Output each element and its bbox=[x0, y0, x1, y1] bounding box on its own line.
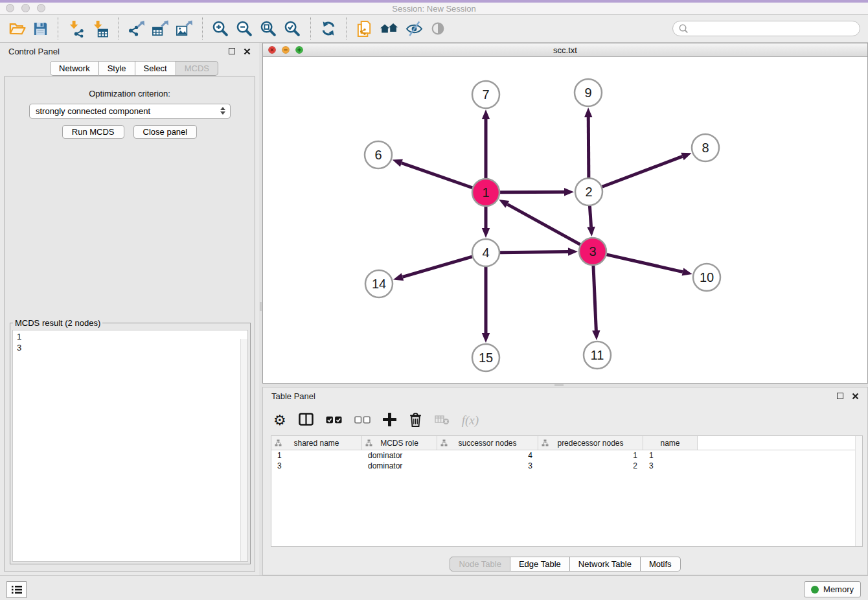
table-header-row: shared nameMCDS rolesuccessor nodesprede… bbox=[271, 436, 862, 450]
graph-edge-1-2[interactable] bbox=[500, 192, 564, 192]
graph-edge-2-9[interactable] bbox=[588, 117, 589, 178]
graph-edge-1-6[interactable] bbox=[402, 163, 472, 188]
close-panel-button[interactable]: Close panel bbox=[133, 125, 198, 139]
export-image-button[interactable] bbox=[176, 18, 193, 39]
create-column-button[interactable] bbox=[383, 413, 396, 429]
toolbar-separator bbox=[346, 17, 347, 40]
graph-edge-arrowhead bbox=[393, 273, 404, 281]
graph-edge-arrowhead bbox=[584, 108, 592, 117]
graph-edge-4-14[interactable] bbox=[402, 257, 472, 277]
maximize-view-button[interactable] bbox=[295, 46, 303, 54]
home-view-button[interactable] bbox=[380, 18, 399, 39]
column-view-button[interactable] bbox=[299, 413, 314, 428]
save-session-button[interactable] bbox=[32, 18, 49, 39]
graph-node-8[interactable]: 8 bbox=[692, 134, 719, 161]
open-session-button[interactable] bbox=[8, 18, 26, 39]
tab-select[interactable]: Select bbox=[135, 61, 176, 76]
graph-node-7[interactable]: 7 bbox=[472, 81, 499, 108]
toolbar-separator bbox=[310, 17, 311, 40]
zoom-in-button[interactable] bbox=[212, 18, 229, 39]
table-cell: 1 bbox=[271, 451, 362, 460]
tab-node-table[interactable]: Node Table bbox=[450, 557, 510, 571]
result-scrollbar[interactable] bbox=[240, 339, 247, 561]
table-cell: 3 bbox=[643, 461, 698, 470]
hide-graphics-button[interactable] bbox=[405, 18, 423, 39]
tab-network[interactable]: Network bbox=[50, 61, 99, 76]
trash-icon bbox=[409, 412, 422, 427]
run-mcds-button[interactable]: Run MCDS bbox=[62, 125, 124, 139]
graph-node-9[interactable]: 9 bbox=[575, 79, 602, 106]
graph-edge-3-10[interactable] bbox=[606, 255, 682, 272]
minimize-view-button[interactable] bbox=[282, 46, 290, 54]
table-row[interactable]: 3dominator323 bbox=[271, 461, 862, 471]
column-type-icon bbox=[440, 439, 448, 446]
graph-node-1[interactable]: 1 bbox=[472, 179, 499, 206]
task-list-icon bbox=[11, 584, 23, 595]
zoom-fit-button[interactable] bbox=[260, 18, 277, 39]
table-scrollbar[interactable] bbox=[855, 436, 862, 546]
search-box[interactable] bbox=[672, 21, 860, 36]
table-tabs: Node TableEdge TableNetwork TableMotifs bbox=[263, 557, 867, 571]
zoom-selected-button[interactable] bbox=[284, 18, 301, 39]
graph-edge-3-11[interactable] bbox=[593, 266, 596, 330]
float-table-panel-icon[interactable] bbox=[837, 393, 843, 399]
tab-mcds[interactable]: MCDS bbox=[176, 61, 218, 76]
control-panel: Control Panel NetworkStyleSelectMCDS Opt… bbox=[0, 43, 259, 575]
eye-slash-icon bbox=[405, 20, 423, 38]
optimization-criterion-select[interactable]: strongly connected component bbox=[29, 104, 231, 119]
table-settings-button[interactable]: ⚙ bbox=[273, 413, 286, 428]
graph-node-11[interactable]: 11 bbox=[584, 341, 611, 369]
close-view-button[interactable] bbox=[268, 46, 276, 54]
tab-edge-table[interactable]: Edge Table bbox=[510, 557, 570, 571]
task-history-button[interactable] bbox=[6, 581, 27, 598]
tab-motifs[interactable]: Motifs bbox=[641, 557, 681, 571]
graph-edge-arrowhead bbox=[681, 153, 691, 161]
mcds-result-text[interactable]: 1 3 bbox=[12, 330, 248, 562]
float-panel-icon[interactable] bbox=[229, 48, 235, 54]
import-table-button[interactable] bbox=[91, 18, 109, 39]
tab-style[interactable]: Style bbox=[99, 61, 135, 76]
column-header-shared-name[interactable]: shared name bbox=[271, 436, 362, 450]
deselect-all-rows-button[interactable] bbox=[354, 415, 371, 426]
graph-node-label: 7 bbox=[482, 87, 489, 102]
duplicate-network-button[interactable] bbox=[356, 18, 373, 39]
column-header-predecessor-nodes[interactable]: predecessor nodes bbox=[538, 436, 643, 450]
graph-node-10[interactable]: 10 bbox=[693, 264, 720, 291]
graph-edge-4-3[interactable] bbox=[500, 251, 568, 252]
column-header-label: predecessor nodes bbox=[557, 439, 623, 448]
column-header-MCDS-role[interactable]: MCDS role bbox=[362, 436, 437, 450]
graph-node-4[interactable]: 4 bbox=[472, 239, 499, 266]
zoom-out-button[interactable] bbox=[236, 18, 253, 39]
network-canvas[interactable]: 7968124314101511 bbox=[263, 57, 867, 382]
search-input[interactable] bbox=[689, 24, 854, 34]
graph-node-6[interactable]: 6 bbox=[365, 141, 392, 168]
export-table-button[interactable] bbox=[152, 18, 169, 39]
graph-edge-2-8[interactable] bbox=[602, 156, 683, 187]
memory-button[interactable]: Memory bbox=[804, 581, 861, 597]
select-all-rows-button[interactable] bbox=[326, 415, 342, 426]
network-window-titlebar: scc.txt bbox=[263, 43, 867, 57]
graph-node-15[interactable]: 15 bbox=[472, 344, 499, 371]
import-network-icon bbox=[67, 20, 85, 38]
graph-edge-arrowhead bbox=[564, 188, 574, 196]
close-table-panel-icon[interactable] bbox=[852, 393, 859, 400]
import-network-button[interactable] bbox=[67, 18, 85, 39]
graph-node-label: 9 bbox=[584, 86, 591, 100]
close-panel-icon[interactable] bbox=[244, 48, 251, 55]
graph-node-2[interactable]: 2 bbox=[575, 178, 602, 205]
column-header-successor-nodes[interactable]: successor nodes bbox=[437, 436, 538, 450]
graph-edge-arrowhead bbox=[592, 330, 600, 340]
graph-node-3[interactable]: 3 bbox=[579, 238, 606, 265]
plus-icon bbox=[383, 413, 396, 426]
graph-node-14[interactable]: 14 bbox=[365, 270, 393, 297]
graph-edge-2-3[interactable] bbox=[589, 206, 591, 227]
delete-column-button[interactable] bbox=[409, 412, 422, 430]
export-network-button[interactable] bbox=[128, 18, 145, 39]
tab-network-table[interactable]: Network Table bbox=[570, 557, 641, 571]
table-row[interactable]: 1dominator411 bbox=[271, 450, 862, 461]
column-header-name[interactable]: name bbox=[643, 436, 698, 450]
graph-node-label: 14 bbox=[372, 277, 386, 291]
apply-layout-button[interactable] bbox=[320, 18, 337, 39]
graph-edge-3-1[interactable] bbox=[507, 204, 580, 244]
column-header-label: MCDS role bbox=[380, 439, 418, 448]
